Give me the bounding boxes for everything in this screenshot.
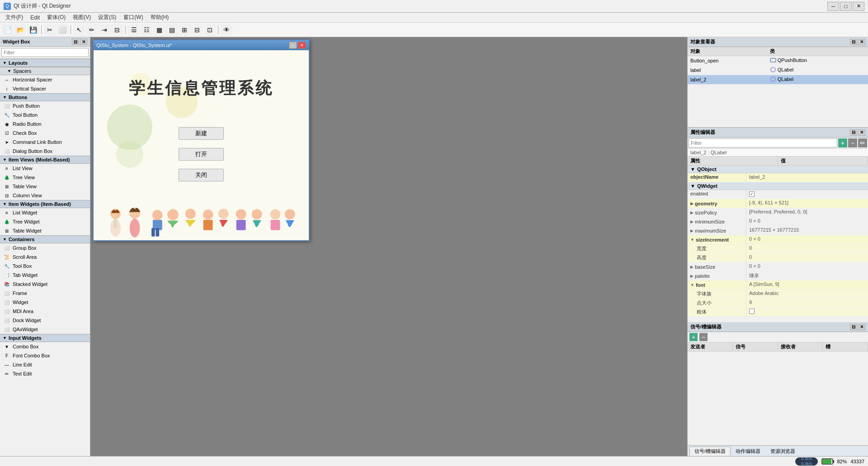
- open-form-button[interactable]: 打开: [179, 148, 224, 161]
- close-button[interactable]: ✕: [853, 2, 864, 11]
- menu-view[interactable]: 视图(V): [69, 13, 94, 22]
- table-row[interactable]: Button_open QPushButton: [688, 56, 868, 66]
- maximize-button[interactable]: □: [840, 2, 852, 11]
- prop-row-enabled[interactable]: enabled: [688, 190, 868, 199]
- category-input-widgets[interactable]: ▼ Input Widgets: [0, 334, 90, 342]
- cut-button[interactable]: ✂: [44, 24, 56, 36]
- v-layout-button[interactable]: ☷: [141, 24, 152, 36]
- enabled-checkbox[interactable]: [749, 191, 755, 197]
- menu-file[interactable]: 文件(F): [2, 13, 27, 22]
- widget-item-dialog-button-box[interactable]: ⬜ Dialog Button Box: [0, 147, 90, 156]
- open-button[interactable]: 📂: [14, 24, 26, 36]
- prop-row-font-family[interactable]: 字体族 Adobe Arabic: [688, 290, 868, 299]
- form-canvas[interactable]: 学生信息管理系统 新建 打开 关闭: [94, 50, 309, 240]
- widget-item-table-widget[interactable]: ⊞ Table Widget: [0, 226, 90, 235]
- widget-item-frame[interactable]: ⬜ Frame: [0, 289, 90, 298]
- widget-box-filter-input[interactable]: [1, 48, 89, 57]
- prop-group-qwidget[interactable]: ▼ QWidget: [688, 182, 868, 190]
- prop-row-height[interactable]: 高度 0: [688, 253, 868, 262]
- prop-row-minimumsize[interactable]: ▶ minimumSize 0 × 0: [688, 217, 868, 226]
- grid-layout-button[interactable]: ▦: [153, 24, 165, 36]
- widget-item-list-widget[interactable]: ≡ List Widget: [0, 208, 90, 217]
- category-buttons[interactable]: ▼ Buttons: [0, 93, 90, 101]
- designer-window-close[interactable]: ✕: [298, 42, 306, 49]
- tab-signal-slot[interactable]: 信号/槽编辑器: [689, 447, 731, 456]
- category-spacers[interactable]: ▼ Spacers: [0, 67, 90, 75]
- widget-item-tree-view[interactable]: 🌲 Tree View: [0, 173, 90, 182]
- widget-item-table-view[interactable]: ⊞ Table View: [0, 182, 90, 191]
- table-row[interactable]: label QLabel: [688, 66, 868, 75]
- widget-item-list-view[interactable]: ≡ List View: [0, 164, 90, 173]
- widget-item-vertical-spacer[interactable]: ↕ Vertical Spacer: [0, 84, 90, 93]
- property-minus-button[interactable]: −: [848, 138, 857, 147]
- h-layout-button[interactable]: ☰: [128, 24, 140, 36]
- property-filter-input[interactable]: [689, 138, 837, 147]
- widget-item-line-edit[interactable]: — Line Edit: [0, 360, 90, 369]
- widget-item-mdi-area[interactable]: ⬜ MDI Area: [0, 307, 90, 316]
- widget-box-close[interactable]: ✕: [80, 38, 87, 45]
- widget-item-text-edit[interactable]: ✏ Text Edit: [0, 369, 90, 378]
- widget-item-check-box[interactable]: ☑ Check Box: [0, 128, 90, 138]
- widget-item-font-combo-box[interactable]: F Font Combo Box: [0, 351, 90, 360]
- widget-item-combo-box[interactable]: ▼ Combo Box: [0, 342, 90, 351]
- prop-row-font-bold[interactable]: 粗体: [688, 308, 868, 317]
- object-inspector-close[interactable]: ✕: [858, 39, 865, 45]
- prop-row-objectname[interactable]: objectName label_2: [688, 173, 868, 182]
- widget-item-widget[interactable]: ⬜ Widget: [0, 298, 90, 307]
- widget-item-scroll-area[interactable]: 📜 Scroll Area: [0, 252, 90, 262]
- prop-row-font-size[interactable]: 点大小 9: [688, 299, 868, 308]
- splitter-h-button[interactable]: ⊞: [179, 24, 190, 36]
- category-layouts[interactable]: ▼ Layouts: [0, 59, 90, 67]
- widget-item-column-view[interactable]: ⊟ Column View: [0, 191, 90, 200]
- widget-item-stacked-widget[interactable]: 📚 Stacked Widget: [0, 280, 90, 289]
- property-add-button[interactable]: +: [838, 138, 847, 147]
- prop-row-font[interactable]: ▼ font A [SimSun, 9]: [688, 281, 868, 290]
- widget-item-tab-widget[interactable]: 📑 Tab Widget: [0, 271, 90, 280]
- widget-item-qaxwidget[interactable]: ⬜ QAxWidget: [0, 325, 90, 334]
- prop-row-basesize[interactable]: ▶ baseSize 0 × 0: [688, 262, 868, 271]
- signal-minus-button[interactable]: −: [699, 333, 708, 341]
- widget-box-float[interactable]: ⊟: [72, 38, 79, 45]
- prop-row-maximumsize[interactable]: ▶ maximumSize 16777215 × 16777215: [688, 226, 868, 235]
- prop-row-palette[interactable]: ▶ palette 继承: [688, 271, 868, 281]
- object-inspector-float[interactable]: ⊟: [850, 39, 857, 45]
- edit-mode-button[interactable]: ✏: [86, 24, 98, 36]
- widget-item-radio-button[interactable]: ◉ Radio Button: [0, 119, 90, 128]
- category-item-widgets[interactable]: ▼ Item Widgets (Item-Based): [0, 200, 90, 208]
- break-layout2-button[interactable]: ⊡: [204, 24, 216, 36]
- tab-order-button[interactable]: ⇥: [99, 24, 110, 36]
- pointer-button[interactable]: ↖: [73, 24, 85, 36]
- table-row[interactable]: label_2 QLabel: [688, 75, 868, 85]
- category-containers[interactable]: ▼ Containers: [0, 235, 90, 243]
- menu-window[interactable]: 窗体(O): [43, 13, 69, 22]
- tab-action-editor[interactable]: 动作编辑器: [731, 447, 765, 456]
- signal-editor-close[interactable]: ✕: [858, 324, 865, 330]
- close-form-button[interactable]: 关闭: [179, 169, 224, 181]
- widget-item-push-button[interactable]: ⬜ Push Button: [0, 101, 90, 110]
- menu-edit[interactable]: Edit: [27, 14, 43, 22]
- widget-item-tree-widget[interactable]: 🌲 Tree Widget: [0, 217, 90, 226]
- category-item-views[interactable]: ▼ Item Views (Model-Based): [0, 156, 90, 164]
- widget-item-horizontal-spacer[interactable]: ↔ Horizontal Spacer: [0, 75, 90, 84]
- designer-window-minimize[interactable]: ─: [289, 42, 297, 49]
- prop-row-width[interactable]: 宽度 0: [688, 244, 868, 253]
- menu-window2[interactable]: 窗口(W): [120, 13, 146, 22]
- property-editor-float[interactable]: ⊟: [850, 129, 857, 136]
- signal-add-button[interactable]: +: [689, 333, 698, 341]
- prop-row-sizeincrement[interactable]: ▼ sizeIncrement 0 × 0: [688, 235, 868, 244]
- new-form-button[interactable]: 新建: [179, 127, 224, 140]
- splitter-v-button[interactable]: ⊟: [191, 24, 203, 36]
- prop-row-geometry[interactable]: ▶ geometry [-9, 4), 611 × 521]: [688, 199, 868, 208]
- menu-settings[interactable]: 设置(S): [94, 13, 120, 22]
- tab-resource-browser[interactable]: 资源浏览器: [765, 447, 800, 456]
- prop-group-qobject[interactable]: ▼ QObject: [688, 166, 868, 173]
- form-layout-button[interactable]: ▤: [166, 24, 178, 36]
- break-layout-button[interactable]: ⊟: [111, 24, 123, 36]
- menu-help[interactable]: 帮助(H): [147, 13, 173, 22]
- widget-item-command-link-button[interactable]: ➤ Command Link Button: [0, 138, 90, 147]
- widget-item-tool-box[interactable]: 🔧 Tool Box: [0, 262, 90, 271]
- prop-row-sizepolicy[interactable]: ▶ sizePolicy [Preferred, Preferred, 0, 0…: [688, 208, 868, 217]
- copy-button[interactable]: ⬜: [57, 24, 68, 36]
- save-button[interactable]: 💾: [27, 24, 39, 36]
- property-editor-close[interactable]: ✕: [858, 129, 865, 136]
